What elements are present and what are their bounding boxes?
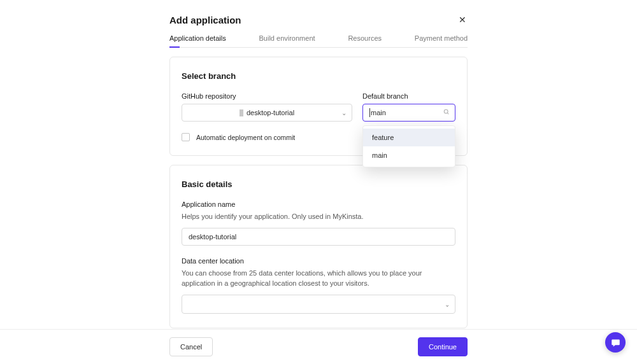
search-icon	[443, 109, 450, 116]
branch-option-feature[interactable]: feature	[363, 129, 455, 146]
autodeploy-checkbox[interactable]	[182, 133, 190, 141]
tab-build-environment[interactable]: Build environment	[259, 34, 315, 47]
data-center-label: Data center location	[182, 257, 455, 265]
app-name-label: Application name	[182, 200, 455, 208]
cancel-button[interactable]: Cancel	[169, 337, 213, 356]
tab-resources[interactable]: Resources	[348, 34, 382, 47]
close-button[interactable]: ✕	[457, 14, 468, 25]
app-name-input[interactable]	[182, 228, 455, 246]
chevron-down-icon: ⌄	[341, 109, 347, 116]
page-title: Add application	[169, 15, 241, 25]
github-repo-label: GitHub repository	[182, 92, 352, 100]
close-icon: ✕	[459, 15, 466, 25]
github-repo-select[interactable]: desktop-tutorial ⌄	[182, 104, 352, 122]
footer-bar: Cancel Continue	[0, 329, 637, 364]
autodeploy-label: Automatic deployment on commit	[196, 134, 295, 141]
default-branch-label: Default branch	[362, 92, 455, 100]
chat-icon	[611, 338, 620, 347]
branch-option-main[interactable]: main	[363, 146, 455, 164]
app-name-help: Helps you identify your application. Onl…	[182, 212, 455, 221]
repo-icon	[240, 109, 243, 116]
continue-button[interactable]: Continue	[418, 337, 468, 356]
svg-point-0	[444, 109, 448, 113]
github-repo-value: desktop-tutorial	[247, 109, 294, 116]
basic-details-card: Basic details Application name Helps you…	[169, 165, 468, 328]
chevron-down-icon: ⌄	[445, 301, 450, 308]
text-caret	[369, 108, 370, 117]
data-center-help: You can choose from 25 data center locat…	[182, 269, 455, 288]
data-center-select[interactable]: ⌄	[182, 295, 455, 314]
basic-details-title: Basic details	[182, 179, 455, 189]
default-branch-select[interactable]: main	[362, 104, 455, 122]
select-branch-card: Select branch GitHub repository desktop-…	[169, 57, 468, 156]
tab-payment-method[interactable]: Payment method	[415, 34, 468, 47]
default-branch-value: main	[371, 109, 386, 116]
chat-widget-button[interactable]	[605, 332, 626, 353]
select-branch-title: Select branch	[182, 71, 455, 81]
step-tabs: Application details Build environment Re…	[169, 34, 468, 48]
branch-dropdown: feature main	[362, 125, 455, 167]
svg-line-1	[447, 113, 448, 114]
tab-application-details[interactable]: Application details	[169, 34, 226, 47]
